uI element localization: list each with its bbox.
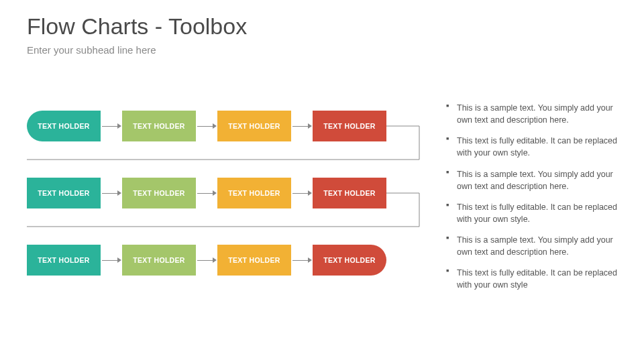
flow-node: TEXT HOLDER — [27, 245, 101, 276]
flow-node: TEXT HOLDER — [217, 178, 291, 208]
flow-node: TEXT HOLDER — [122, 178, 196, 208]
flow-node: TEXT HOLDER — [313, 245, 386, 276]
flow-row: TEXT HOLDER TEXT HOLDER TEXT HOLDER TEXT… — [27, 111, 423, 141]
list-item: This is a sample text. You simply add yo… — [446, 234, 627, 258]
flow-row: TEXT HOLDER TEXT HOLDER TEXT HOLDER TEXT… — [27, 178, 423, 208]
description-list: This is a sample text. You simply add yo… — [446, 102, 627, 300]
arrow-right-icon — [101, 123, 122, 129]
flow-row: TEXT HOLDER TEXT HOLDER TEXT HOLDER TEXT… — [27, 245, 423, 276]
page-subhead: Enter your subhead line here — [27, 44, 156, 56]
arrow-right-icon — [101, 190, 122, 196]
page-title: Flow Charts - Toolbox — [27, 13, 247, 40]
arrow-right-icon — [196, 190, 217, 196]
arrow-right-icon — [196, 257, 217, 263]
list-item: This text is fully editable. It can be r… — [446, 201, 627, 225]
list-item: This text is fully editable. It can be r… — [446, 267, 627, 291]
flow-node: TEXT HOLDER — [313, 111, 386, 141]
flow-node: TEXT HOLDER — [27, 178, 101, 208]
flow-connectors — [27, 111, 449, 325]
list-item: This is a sample text. You simply add yo… — [446, 102, 627, 126]
list-item: This is a sample text. You simply add yo… — [446, 168, 627, 192]
flow-diagram: TEXT HOLDER TEXT HOLDER TEXT HOLDER TEXT… — [27, 111, 423, 312]
flow-node: TEXT HOLDER — [217, 245, 291, 276]
arrow-right-icon — [101, 257, 122, 263]
arrow-right-icon — [291, 257, 313, 263]
flow-node: TEXT HOLDER — [122, 111, 196, 141]
flow-node: TEXT HOLDER — [122, 245, 196, 276]
arrow-right-icon — [291, 190, 313, 196]
flow-node: TEXT HOLDER — [27, 111, 101, 141]
flow-node: TEXT HOLDER — [313, 178, 386, 208]
arrow-right-icon — [291, 123, 313, 129]
flow-node: TEXT HOLDER — [217, 111, 291, 141]
arrow-right-icon — [196, 123, 217, 129]
list-item: This text is fully editable. It can be r… — [446, 135, 627, 159]
